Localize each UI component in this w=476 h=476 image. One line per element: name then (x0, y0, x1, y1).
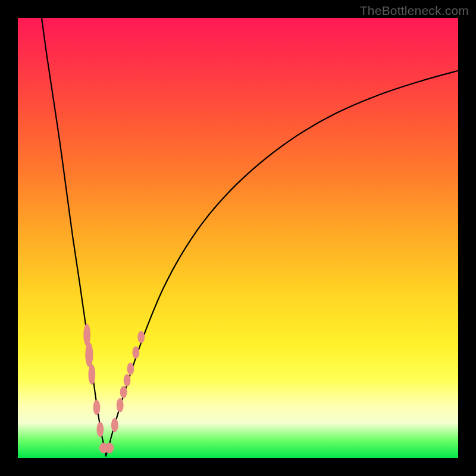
plot-area (18, 18, 458, 458)
marker-group (83, 324, 145, 453)
data-marker (85, 342, 93, 367)
data-marker (96, 422, 104, 437)
data-marker (93, 400, 101, 415)
data-marker (117, 398, 124, 412)
data-marker (132, 346, 139, 359)
data-marker (111, 418, 118, 433)
curve-right-branch (106, 71, 458, 456)
data-marker (127, 362, 134, 375)
data-marker (105, 443, 114, 453)
curve-left-branch (42, 18, 106, 456)
data-marker (88, 364, 95, 384)
curve-svg (18, 18, 458, 458)
chart-frame: TheBottleneck.com (0, 0, 476, 476)
data-marker (137, 331, 145, 343)
watermark-text: TheBottleneck.com (360, 4, 469, 18)
data-marker (124, 374, 131, 387)
data-marker (120, 386, 127, 399)
